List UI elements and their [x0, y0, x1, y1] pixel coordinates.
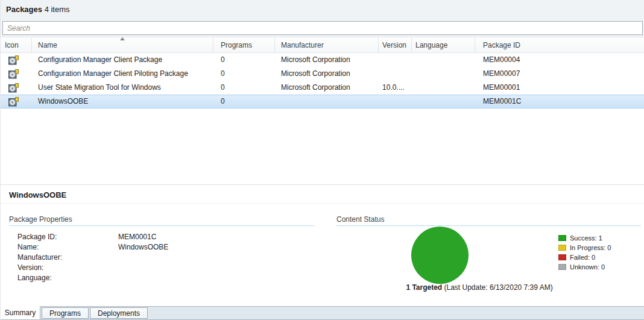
table-header: Icon Name Programs Manufacturer Version … — [1, 37, 644, 53]
cell-programs: 0 — [213, 67, 275, 81]
targeted-status-text: 1 Targeted (Last Update: 6/13/2020 7:39 … — [326, 283, 633, 292]
package-properties-divider — [9, 225, 314, 226]
packages-view: Packages 4 items Icon Name Programs Manu… — [0, 0, 644, 320]
cell-name: WindowsOOBE — [32, 95, 213, 108]
package-icon — [8, 83, 19, 93]
in-progress-swatch-icon — [558, 245, 566, 251]
cell-name: User State Migration Tool for Windows — [32, 81, 213, 95]
property-value: MEM0001C — [118, 232, 168, 242]
legend-item-unknown: Unknown: 0 — [558, 262, 611, 272]
details-title: WindowsOOBE — [9, 190, 66, 199]
cell-programs: 0 — [213, 81, 275, 95]
property-label: Version: — [17, 263, 118, 273]
package-icon — [8, 55, 19, 65]
cell-name: Configuration Manager Client Piloting Pa… — [32, 67, 213, 81]
cell-programs: 0 — [213, 53, 275, 67]
package-list: Configuration Manager Client Package 0 M… — [1, 53, 644, 108]
cell-package-id: MEM00007 — [475, 67, 644, 81]
cell-language — [412, 81, 475, 95]
table-row[interactable]: User State Migration Tool for Windows 0 … — [1, 81, 644, 95]
property-label: Package ID: — [17, 232, 118, 242]
table-row[interactable]: Configuration Manager Client Piloting Pa… — [1, 67, 644, 81]
cell-manufacturer — [275, 95, 379, 108]
package-properties-heading: Package Properties — [9, 215, 72, 224]
cell-language — [412, 95, 475, 108]
column-header-package-id[interactable]: Package ID — [475, 37, 644, 52]
package-icon — [8, 69, 19, 79]
cell-programs: 0 — [213, 95, 275, 108]
page-title-name: Packages — [6, 5, 42, 14]
details-title-divider — [1, 203, 644, 204]
column-header-version[interactable]: Version — [379, 37, 412, 52]
package-icon — [8, 97, 19, 107]
property-label: Language: — [17, 273, 118, 283]
failed-swatch-icon — [558, 254, 566, 260]
column-header-name[interactable]: Name — [32, 37, 213, 52]
cell-manufacturer: Microsoft Corporation — [275, 53, 379, 67]
legend-item-in-progress: In Progress: 0 — [558, 243, 611, 253]
property-value — [118, 253, 168, 263]
cell-name: Configuration Manager Client Package — [32, 53, 213, 67]
cell-package-id: MEM0001C — [475, 95, 644, 108]
cell-manufacturer: Microsoft Corporation — [275, 81, 379, 95]
table-row[interactable]: Configuration Manager Client Package 0 M… — [1, 53, 644, 67]
content-status-heading: Content Status — [336, 215, 384, 224]
tab-summary[interactable]: Summary — [1, 306, 40, 319]
package-properties-list: Package ID: MEM0001C Name: WindowsOOBE M… — [17, 232, 168, 283]
legend-item-success: Success: 1 — [558, 233, 611, 243]
cell-manufacturer: Microsoft Corporation — [275, 67, 379, 81]
table-row-selected[interactable]: WindowsOOBE 0 MEM0001C — [1, 95, 644, 108]
tab-deployments[interactable]: Deployments — [90, 307, 148, 319]
column-header-manufacturer[interactable]: Manufacturer — [275, 37, 379, 52]
property-value: WindowsOOBE — [118, 242, 168, 253]
legend-item-failed: Failed: 0 — [558, 253, 611, 262]
property-label: Name: — [17, 242, 118, 253]
cell-language — [412, 67, 475, 81]
tab-programs[interactable]: Programs — [42, 307, 89, 319]
page-title-count: 4 items — [45, 5, 70, 14]
cell-version: 10.0.... — [379, 81, 412, 95]
cell-version — [379, 67, 412, 81]
property-value — [118, 273, 168, 283]
page-title: Packages 4 items — [6, 5, 70, 14]
column-header-programs[interactable]: Programs — [213, 37, 275, 52]
property-value — [118, 263, 168, 273]
property-label: Manufacturer: — [17, 253, 118, 263]
success-swatch-icon — [558, 235, 566, 241]
content-status-divider — [336, 225, 641, 226]
details-tab-bar: Summary Programs Deployments — [1, 306, 644, 320]
cell-version — [379, 53, 412, 67]
sort-ascending-icon — [120, 37, 125, 40]
content-status-pie-chart — [411, 227, 469, 284]
cell-package-id: MEM00001 — [475, 81, 644, 95]
column-header-language[interactable]: Language — [412, 37, 475, 52]
cell-package-id: MEM00004 — [475, 53, 644, 67]
content-status-legend: Success: 1 In Progress: 0 Failed: 0 Unkn… — [558, 233, 611, 272]
column-header-icon[interactable]: Icon — [1, 37, 32, 52]
cell-language — [412, 53, 475, 67]
unknown-swatch-icon — [558, 264, 566, 270]
details-pane: WindowsOOBE Package Properties Content S… — [1, 185, 644, 306]
list-header-band: Packages 4 items — [1, 0, 644, 37]
search-input[interactable] — [2, 21, 643, 35]
cell-version — [379, 95, 412, 108]
